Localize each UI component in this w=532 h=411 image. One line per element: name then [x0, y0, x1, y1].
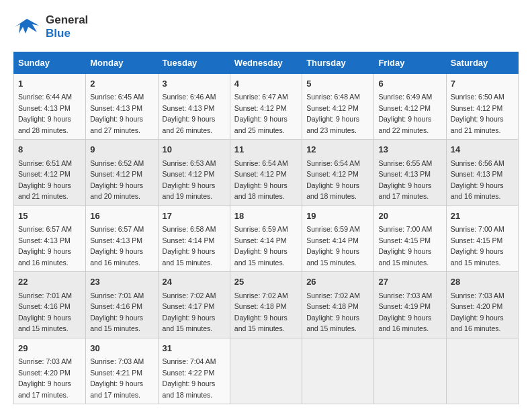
day-number: 28 [451, 275, 514, 289]
logo-icon [13, 13, 40, 40]
calendar-cell: 3 Sunrise: 6:46 AMSunset: 4:13 PMDayligh… [158, 73, 230, 140]
calendar-cell: 12 Sunrise: 6:54 AMSunset: 4:12 PMDaylig… [302, 140, 374, 206]
day-detail: Sunrise: 6:59 AMSunset: 4:14 PMDaylight:… [306, 225, 360, 267]
calendar-cell: 21 Sunrise: 7:00 AMSunset: 4:15 PMDaylig… [446, 205, 518, 272]
calendar-body: 1 Sunrise: 6:44 AMSunset: 4:13 PMDayligh… [14, 73, 519, 404]
weekday-header: Friday [374, 52, 446, 73]
day-number: 17 [163, 210, 226, 223]
weekday-header: Tuesday [158, 52, 230, 73]
day-detail: Sunrise: 7:00 AMSunset: 4:15 PMDaylight:… [378, 225, 432, 267]
day-number: 4 [234, 77, 298, 91]
calendar-cell: 22 Sunrise: 7:01 AMSunset: 4:16 PMDaylig… [14, 272, 86, 338]
calendar-cell: 6 Sunrise: 6:49 AMSunset: 4:12 PMDayligh… [374, 73, 446, 140]
calendar-cell: 19 Sunrise: 6:59 AMSunset: 4:14 PMDaylig… [302, 205, 374, 272]
day-detail: Sunrise: 6:50 AMSunset: 4:12 PMDaylight:… [451, 93, 504, 134]
day-detail: Sunrise: 7:03 AMSunset: 4:20 PMDaylight:… [18, 357, 72, 399]
day-detail: Sunrise: 6:44 AMSunset: 4:13 PMDaylight:… [18, 93, 72, 134]
calendar-cell: 2 Sunrise: 6:45 AMSunset: 4:13 PMDayligh… [86, 73, 158, 140]
weekday-row: SundayMondayTuesdayWednesdayThursdayFrid… [14, 52, 519, 73]
day-number: 10 [163, 143, 226, 156]
calendar-cell: 26 Sunrise: 7:02 AMSunset: 4:18 PMDaylig… [302, 272, 374, 338]
weekday-header: Sunday [14, 52, 86, 73]
calendar-cell: 17 Sunrise: 6:58 AMSunset: 4:14 PMDaylig… [158, 205, 230, 272]
calendar-cell: 15 Sunrise: 6:57 AMSunset: 4:13 PMDaylig… [14, 205, 86, 272]
logo-text: General Blue [46, 13, 88, 41]
day-detail: Sunrise: 6:47 AMSunset: 4:12 PMDaylight:… [234, 93, 288, 134]
day-detail: Sunrise: 6:57 AMSunset: 4:13 PMDaylight:… [18, 225, 72, 267]
calendar-cell [374, 338, 446, 404]
day-detail: Sunrise: 6:48 AMSunset: 4:12 PMDaylight:… [306, 93, 360, 134]
day-number: 15 [18, 210, 81, 223]
calendar-week-row: 15 Sunrise: 6:57 AMSunset: 4:13 PMDaylig… [14, 205, 519, 272]
day-detail: Sunrise: 6:54 AMSunset: 4:12 PMDaylight:… [306, 159, 360, 201]
calendar-cell: 8 Sunrise: 6:51 AMSunset: 4:12 PMDayligh… [14, 140, 86, 206]
day-detail: Sunrise: 6:52 AMSunset: 4:12 PMDaylight:… [90, 159, 144, 201]
day-detail: Sunrise: 7:03 AMSunset: 4:19 PMDaylight:… [378, 291, 432, 333]
calendar-cell: 11 Sunrise: 6:54 AMSunset: 4:12 PMDaylig… [230, 140, 302, 206]
day-detail: Sunrise: 7:02 AMSunset: 4:18 PMDaylight:… [306, 291, 360, 333]
day-number: 27 [378, 275, 441, 289]
calendar-cell: 4 Sunrise: 6:47 AMSunset: 4:12 PMDayligh… [230, 73, 302, 140]
day-detail: Sunrise: 6:59 AMSunset: 4:14 PMDaylight:… [234, 225, 288, 267]
day-detail: Sunrise: 7:02 AMSunset: 4:18 PMDaylight:… [234, 291, 288, 333]
calendar-week-row: 8 Sunrise: 6:51 AMSunset: 4:12 PMDayligh… [14, 140, 519, 206]
day-number: 23 [90, 275, 153, 289]
calendar-week-row: 29 Sunrise: 7:03 AMSunset: 4:20 PMDaylig… [14, 338, 519, 404]
weekday-header: Thursday [302, 52, 374, 73]
day-number: 21 [451, 210, 514, 223]
calendar-cell: 7 Sunrise: 6:50 AMSunset: 4:12 PMDayligh… [446, 73, 518, 140]
calendar-cell: 30 Sunrise: 7:03 AMSunset: 4:21 PMDaylig… [86, 338, 158, 404]
day-detail: Sunrise: 7:03 AMSunset: 4:21 PMDaylight:… [90, 357, 144, 399]
calendar-cell: 18 Sunrise: 6:59 AMSunset: 4:14 PMDaylig… [230, 205, 302, 272]
day-number: 11 [234, 143, 298, 156]
day-detail: Sunrise: 7:01 AMSunset: 4:16 PMDaylight:… [18, 291, 72, 333]
day-number: 18 [234, 210, 298, 223]
calendar-header: SundayMondayTuesdayWednesdayThursdayFrid… [14, 52, 519, 73]
calendar-cell [302, 338, 374, 404]
calendar-cell: 29 Sunrise: 7:03 AMSunset: 4:20 PMDaylig… [14, 338, 86, 404]
day-number: 16 [90, 210, 153, 223]
calendar-cell: 9 Sunrise: 6:52 AMSunset: 4:12 PMDayligh… [86, 140, 158, 206]
day-number: 29 [18, 342, 81, 355]
calendar-cell: 16 Sunrise: 6:57 AMSunset: 4:13 PMDaylig… [86, 205, 158, 272]
day-number: 14 [451, 143, 514, 156]
day-number: 5 [306, 77, 369, 91]
day-detail: Sunrise: 6:57 AMSunset: 4:13 PMDaylight:… [90, 225, 144, 267]
day-number: 13 [378, 143, 441, 156]
day-detail: Sunrise: 6:45 AMSunset: 4:13 PMDaylight:… [90, 93, 144, 134]
calendar-cell: 24 Sunrise: 7:02 AMSunset: 4:17 PMDaylig… [158, 272, 230, 338]
calendar-cell: 27 Sunrise: 7:03 AMSunset: 4:19 PMDaylig… [374, 272, 446, 338]
svg-marker-0 [15, 19, 39, 34]
calendar-cell: 28 Sunrise: 7:03 AMSunset: 4:20 PMDaylig… [446, 272, 518, 338]
day-number: 19 [306, 210, 369, 223]
day-number: 22 [18, 275, 81, 289]
calendar-cell: 13 Sunrise: 6:55 AMSunset: 4:13 PMDaylig… [374, 140, 446, 206]
day-detail: Sunrise: 6:58 AMSunset: 4:14 PMDaylight:… [163, 225, 216, 267]
day-detail: Sunrise: 7:03 AMSunset: 4:20 PMDaylight:… [451, 291, 504, 333]
day-number: 12 [306, 143, 369, 156]
day-number: 26 [306, 275, 369, 289]
day-detail: Sunrise: 6:51 AMSunset: 4:12 PMDaylight:… [18, 159, 72, 201]
calendar-week-row: 22 Sunrise: 7:01 AMSunset: 4:16 PMDaylig… [14, 272, 519, 338]
day-detail: Sunrise: 7:04 AMSunset: 4:22 PMDaylight:… [163, 357, 216, 399]
calendar-cell: 10 Sunrise: 6:53 AMSunset: 4:12 PMDaylig… [158, 140, 230, 206]
calendar-cell: 5 Sunrise: 6:48 AMSunset: 4:12 PMDayligh… [302, 73, 374, 140]
day-number: 1 [18, 77, 81, 91]
logo: General Blue [13, 13, 88, 41]
weekday-header: Monday [86, 52, 158, 73]
calendar-cell: 25 Sunrise: 7:02 AMSunset: 4:18 PMDaylig… [230, 272, 302, 338]
weekday-header: Saturday [446, 52, 518, 73]
day-number: 8 [18, 143, 81, 156]
day-number: 25 [234, 275, 298, 289]
day-detail: Sunrise: 7:00 AMSunset: 4:15 PMDaylight:… [451, 225, 504, 267]
calendar-cell: 1 Sunrise: 6:44 AMSunset: 4:13 PMDayligh… [14, 73, 86, 140]
calendar-cell: 20 Sunrise: 7:00 AMSunset: 4:15 PMDaylig… [374, 205, 446, 272]
day-number: 7 [451, 77, 514, 91]
day-number: 6 [378, 77, 441, 91]
day-detail: Sunrise: 6:46 AMSunset: 4:13 PMDaylight:… [163, 93, 216, 134]
day-number: 20 [378, 210, 441, 223]
day-detail: Sunrise: 6:53 AMSunset: 4:12 PMDaylight:… [163, 159, 216, 201]
calendar-cell: 23 Sunrise: 7:01 AMSunset: 4:16 PMDaylig… [86, 272, 158, 338]
day-detail: Sunrise: 7:02 AMSunset: 4:17 PMDaylight:… [163, 291, 216, 333]
weekday-header: Wednesday [230, 52, 302, 73]
